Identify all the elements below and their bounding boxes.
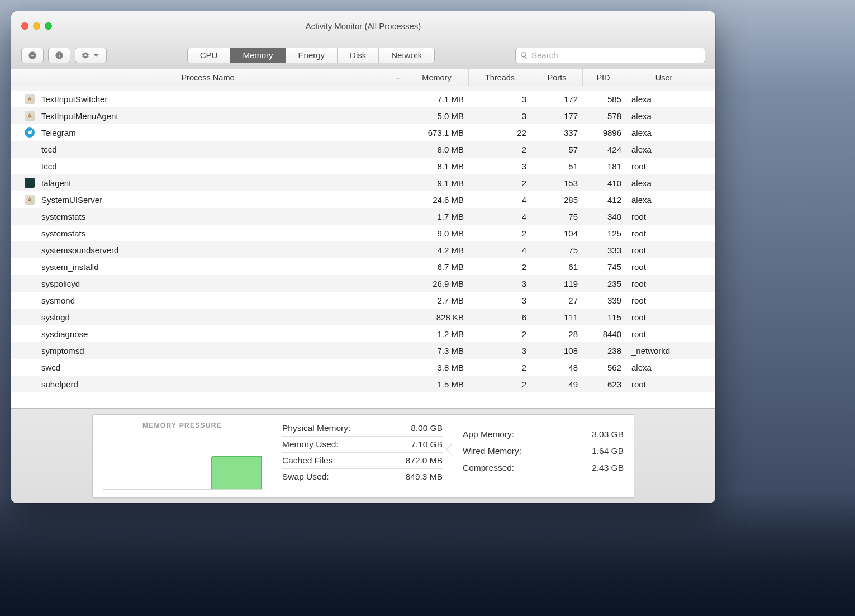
process-icon (11, 178, 38, 188)
process-pid: 578 (586, 111, 627, 121)
tab-disk[interactable]: Disk (338, 48, 379, 63)
search-icon (520, 51, 528, 59)
column-pid[interactable]: PID (583, 69, 624, 86)
process-ports: 111 (534, 312, 586, 322)
tab-energy[interactable]: Energy (286, 48, 338, 63)
table-row[interactable]: suhelperd1.5 MB249623root (11, 376, 715, 392)
info-icon (55, 51, 64, 60)
column-ports[interactable]: Ports (531, 69, 583, 86)
process-name: systemstats (38, 229, 408, 238)
table-row[interactable]: tccd8.0 MB257424alexa (11, 141, 715, 158)
tab-cpu[interactable]: CPU (188, 48, 231, 63)
process-table[interactable]: thermald676 KB231310rootATextInputSwitch… (11, 86, 715, 408)
tab-network[interactable]: Network (379, 48, 434, 63)
stat-value: 7.10 GB (411, 439, 443, 449)
summary-panel: MEMORY PRESSURE Physical Memory: 8.00 GB… (92, 414, 634, 498)
process-name: syslogd (38, 312, 408, 322)
process-memory: 6.7 MB (408, 262, 472, 272)
process-threads: 2 (472, 363, 534, 372)
process-memory: 24.6 MB (408, 195, 472, 205)
table-row[interactable]: syspolicyd26.9 MB3119235root (11, 275, 715, 292)
process-ports: 108 (534, 346, 586, 356)
process-name: syspolicyd (38, 279, 408, 288)
tab-memory[interactable]: Memory (230, 48, 286, 63)
process-icon: A (11, 111, 38, 121)
stat-label: App Memory: (463, 429, 514, 439)
stat-physical-memory: Physical Memory: 8.00 GB (282, 420, 443, 437)
table-row[interactable]: ATextInputSwitcher7.1 MB3172585alexa (11, 91, 715, 107)
table-row[interactable]: systemstats9.0 MB2104125root (11, 225, 715, 241)
info-button[interactable] (48, 48, 70, 63)
table-row[interactable]: sysdiagnose1.2 MB2288440root (11, 325, 715, 342)
process-threads: 3 (472, 162, 534, 171)
table-row[interactable]: ATextInputMenuAgent5.0 MB3177578alexa (11, 107, 715, 124)
maximize-button[interactable] (45, 22, 52, 30)
table-row[interactable]: symptomsd7.3 MB3108238_networkd (11, 342, 715, 359)
process-threads: 2 (472, 178, 534, 188)
table-row[interactable]: sysmond2.7 MB327339root (11, 292, 715, 309)
titlebar[interactable]: Activity Monitor (All Processes) (11, 11, 715, 41)
table-row[interactable]: system_installd6.7 MB261745root (11, 258, 715, 275)
stat-swap-used: Swap Used: 849.3 MB (282, 469, 443, 485)
memory-stats-left: Physical Memory: 8.00 GB Memory Used: 7.… (272, 415, 453, 497)
table-row[interactable]: thermald676 KB231310root (11, 86, 715, 91)
process-pid: 412 (586, 195, 627, 205)
process-memory: 3.8 MB (408, 363, 472, 372)
process-ports: 49 (534, 380, 586, 389)
scrollbar-gutter (704, 69, 715, 86)
process-ports: 28 (534, 329, 586, 339)
process-user: alexa (627, 111, 706, 121)
process-threads: 4 (472, 212, 534, 221)
column-user[interactable]: User (624, 69, 704, 86)
stat-value: 2.43 GB (592, 463, 624, 473)
process-name: Telegram (38, 128, 408, 138)
toolbar: CPUMemoryEnergyDiskNetwork (11, 41, 715, 69)
process-pid: 310 (586, 86, 627, 87)
process-ports: 104 (534, 229, 586, 238)
table-row[interactable]: talagent9.1 MB2153410alexa (11, 174, 715, 191)
minimize-button[interactable] (33, 22, 40, 30)
table-row[interactable]: swcd3.8 MB248562alexa (11, 359, 715, 376)
pressure-fill (211, 456, 262, 490)
process-pid: 745 (586, 262, 627, 272)
process-name: symptomsd (38, 346, 408, 356)
process-memory: 9.0 MB (408, 229, 472, 238)
process-user: root (627, 329, 706, 339)
search-input[interactable] (531, 50, 700, 60)
process-name: talagent (38, 178, 408, 188)
process-name: SystemUIServer (38, 195, 408, 205)
search-field[interactable] (515, 48, 705, 63)
process-memory: 1.7 MB (408, 212, 472, 221)
process-pid: 623 (586, 380, 627, 389)
stat-value: 872.0 MB (406, 456, 443, 466)
close-button[interactable] (21, 22, 28, 30)
table-row[interactable]: systemsoundserverd4.2 MB475333root (11, 241, 715, 258)
column-memory[interactable]: Memory (405, 69, 469, 86)
stat-cached-files: Cached Files: 872.0 MB (282, 453, 443, 469)
table-row[interactable]: tccd8.1 MB351181root (11, 158, 715, 174)
settings-menu-button[interactable] (75, 48, 107, 63)
process-name: sysdiagnose (38, 329, 408, 339)
process-ports: 48 (534, 363, 586, 372)
process-pid: 410 (586, 178, 627, 188)
column-process-name[interactable]: Process Name ⌄ (11, 69, 405, 86)
table-row[interactable]: Telegram673.1 MB223379896alexa (11, 124, 715, 141)
process-user: root (627, 380, 706, 389)
process-memory: 7.1 MB (408, 94, 472, 104)
stop-process-button[interactable] (21, 48, 44, 63)
process-name: tccd (38, 145, 408, 154)
process-user: root (627, 86, 706, 87)
process-ports: 177 (534, 111, 586, 121)
process-threads: 2 (472, 229, 534, 238)
process-threads: 3 (472, 279, 534, 288)
process-threads: 2 (472, 145, 534, 154)
table-row[interactable]: ASystemUIServer24.6 MB4285412alexa (11, 191, 715, 208)
process-pid: 115 (586, 312, 627, 322)
process-user: root (627, 245, 706, 255)
table-row[interactable]: systemstats1.7 MB475340root (11, 208, 715, 225)
table-row[interactable]: syslogd828 KB6111115root (11, 309, 715, 325)
table-headers: Process Name ⌄ Memory Threads Ports PID … (11, 69, 715, 86)
process-icon (11, 127, 38, 138)
process-threads: 22 (472, 128, 534, 138)
column-threads[interactable]: Threads (469, 69, 531, 86)
